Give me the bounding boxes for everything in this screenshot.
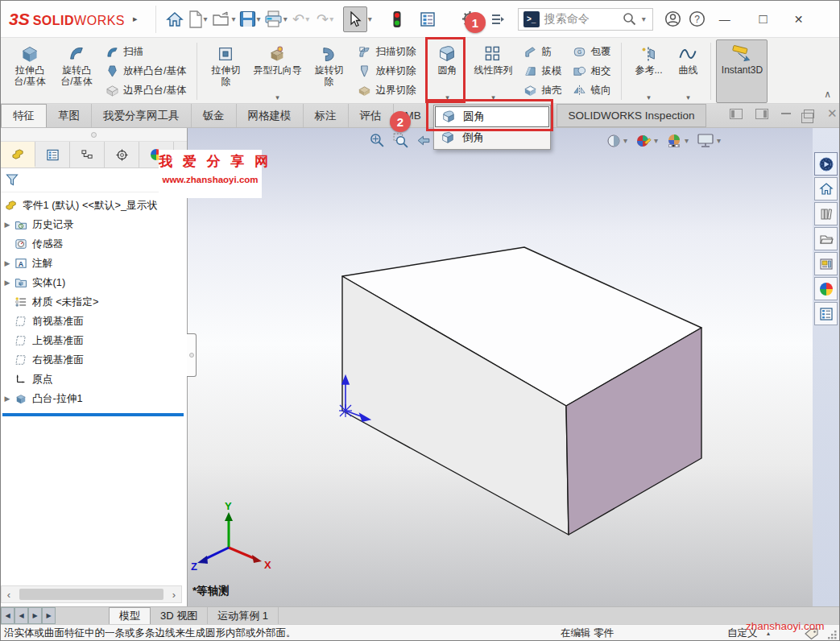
redo-button[interactable]: ↷ ▾ [314, 6, 338, 32]
last-tab-button[interactable]: ▶ [42, 607, 56, 624]
tree-item-origin[interactable]: 原点 [1, 370, 187, 389]
tab-model[interactable]: 模型 [109, 607, 151, 624]
reference-geometry-button[interactable]: 参考... ▾ [627, 39, 670, 103]
prev-tab-button[interactable]: ◀ [14, 607, 28, 624]
chevron-down-icon[interactable]: ▾ [204, 14, 208, 23]
tree-item-material[interactable]: 材质 <未指定> [1, 292, 187, 312]
tree-item-sensors[interactable]: 传感器 [1, 234, 187, 254]
scrollbar-thumb[interactable] [19, 589, 163, 600]
instant3d-button[interactable]: Instant3D [716, 39, 768, 103]
boundary-cut-button[interactable]: 边界切除 [354, 81, 420, 100]
maximize-button[interactable]: □ [751, 7, 776, 31]
home-pane-button[interactable] [814, 177, 838, 201]
chevron-down-icon[interactable]: ▾ [647, 93, 651, 101]
tab-display-manager[interactable] [139, 142, 174, 167]
search-input[interactable]: 搜索命令 [544, 12, 618, 27]
mirror-button[interactable]: 镜向 [569, 81, 614, 100]
doc-minimize-icon[interactable] [781, 113, 791, 114]
tab-configurations[interactable] [70, 142, 105, 167]
draft-button[interactable]: 拔模 [519, 62, 565, 81]
intersect-button[interactable]: 相交 [569, 62, 614, 81]
expand-icon[interactable]: ▶ [1, 395, 14, 403]
lofted-cut-button[interactable]: 放样切除 [354, 62, 420, 81]
tree-item-front-plane[interactable]: 前视基准面 [1, 312, 187, 331]
lofted-boss-button[interactable]: 放样凸台/基体 [101, 62, 190, 81]
rebuild-button[interactable] [385, 6, 409, 32]
tab-3d-views[interactable]: 3D 视图 [151, 607, 208, 624]
custom-label[interactable]: 自定义 [727, 627, 758, 640]
extruded-boss-button[interactable]: 拉伸凸 台/基体 [6, 39, 53, 103]
shell-button[interactable]: 抽壳 [519, 81, 565, 100]
tree-filter[interactable] [1, 168, 187, 192]
chevron-down-icon[interactable]: ▾ [686, 93, 690, 101]
chevron-down-icon[interactable]: ▾ [368, 14, 372, 23]
tree-item-boss-extrude1[interactable]: ▶ 凸台-拉伸1 [1, 389, 187, 408]
curves-button[interactable]: 曲线 ▾ [670, 39, 706, 103]
save-button[interactable]: ▾ [238, 6, 263, 32]
doc-restore-icon[interactable] [804, 110, 814, 118]
chevron-down-icon[interactable]: ▾ [283, 14, 288, 23]
wrap-button[interactable]: G 包覆 [569, 43, 614, 62]
file-properties-button[interactable] [416, 6, 440, 32]
collapse-left-pane-icon[interactable] [730, 109, 743, 119]
sweep-button[interactable]: 扫描 [101, 43, 190, 62]
tree-root[interactable]: 零件1 (默认) <<默认>_显示状 [1, 196, 187, 215]
tab-dimxpert[interactable] [105, 142, 139, 167]
tab-markup[interactable]: 标注 [304, 104, 349, 127]
tree-item-history[interactable]: ▶ 历史记录 [1, 215, 187, 234]
scroll-left-icon[interactable]: ‹ [2, 589, 16, 601]
doc-close-icon[interactable]: ✕ [827, 106, 838, 121]
tab-solidworks-inspection[interactable]: SOLIDWORKS Inspection [557, 104, 706, 127]
fillet-button[interactable]: 圆角 ▾ [426, 39, 468, 103]
linear-pattern-button[interactable]: 线性阵列 ▾ [468, 39, 518, 103]
print-button[interactable]: ▾ [263, 6, 290, 32]
boundary-boss-button[interactable]: 边界凸台/基体 [101, 81, 190, 100]
view-palette-button[interactable] [814, 252, 838, 275]
revolved-cut-button[interactable]: 旋转切 除 [305, 39, 352, 103]
custom-properties-button[interactable] [814, 302, 838, 325]
tree-item-solid-bodies[interactable]: ▶ 实体(1) [1, 273, 187, 292]
tab-evaluate[interactable]: 评估 [349, 104, 394, 127]
open-button[interactable]: ▾ [211, 6, 238, 32]
tree-item-right-plane[interactable]: 右视基准面 [1, 350, 187, 370]
xpress-products-button[interactable] [486, 6, 510, 32]
select-tool-button[interactable] [343, 6, 367, 32]
tree-horizontal-scrollbar[interactable]: ‹ › [1, 585, 182, 603]
chevron-down-icon[interactable]: ▾ [257, 14, 261, 23]
swept-cut-button[interactable]: 扫描切除 [354, 43, 420, 62]
tab-sketch[interactable]: 草图 [47, 104, 92, 127]
command-search[interactable]: >_ 搜索命令 ▾ [518, 8, 653, 31]
menu-item-fillet[interactable]: 圆角 [435, 106, 549, 127]
menu-item-chamfer[interactable]: 倒角 [435, 127, 549, 148]
home-button[interactable] [163, 6, 187, 32]
resize-grip-icon[interactable] [827, 630, 838, 640]
tag-icon[interactable] [804, 627, 820, 640]
collapse-ribbon-icon[interactable]: ∧ [824, 89, 831, 100]
file-explorer-button[interactable] [814, 227, 838, 250]
help-button[interactable]: ? [685, 6, 710, 32]
tab-motion-study[interactable]: 运动算例 1 [208, 607, 279, 624]
first-tab-button[interactable]: ◀ [1, 607, 14, 624]
collapse-right-pane-icon[interactable] [755, 109, 768, 119]
tab-sheet-metal[interactable]: 钣金 [192, 104, 237, 127]
tab-share-tools[interactable]: 我爱分享网工具 [92, 104, 192, 127]
panel-tabs-overflow[interactable]: ◀ [174, 142, 187, 167]
scroll-right-icon[interactable]: › [167, 589, 181, 601]
tree-item-top-plane[interactable]: 上视基准面 [1, 331, 187, 350]
menu-flyout-icon[interactable]: ▸ [133, 14, 138, 24]
extruded-cut-button[interactable]: 拉伸切 除 [202, 39, 249, 103]
close-button[interactable]: ✕ [787, 7, 811, 31]
account-button[interactable] [661, 6, 685, 32]
panel-collapse-handle[interactable] [187, 333, 197, 377]
custom-expand-icon[interactable]: ▴ [767, 630, 770, 637]
tab-mesh-modeling[interactable]: 网格建模 [237, 104, 304, 127]
new-document-button[interactable]: ▾ [187, 6, 211, 32]
expand-icon[interactable]: ▶ [1, 279, 14, 287]
next-tab-button[interactable]: ▶ [28, 607, 42, 624]
tab-property-manager[interactable] [35, 142, 70, 167]
rib-button[interactable]: 筋 [519, 43, 565, 62]
chevron-down-icon[interactable]: ▾ [491, 93, 495, 101]
chevron-down-icon[interactable]: ▾ [275, 93, 279, 101]
hole-wizard-button[interactable]: 异型孔向导 ▾ [249, 39, 305, 103]
revolved-boss-button[interactable]: 旋转凸 台/基体 [53, 39, 100, 103]
